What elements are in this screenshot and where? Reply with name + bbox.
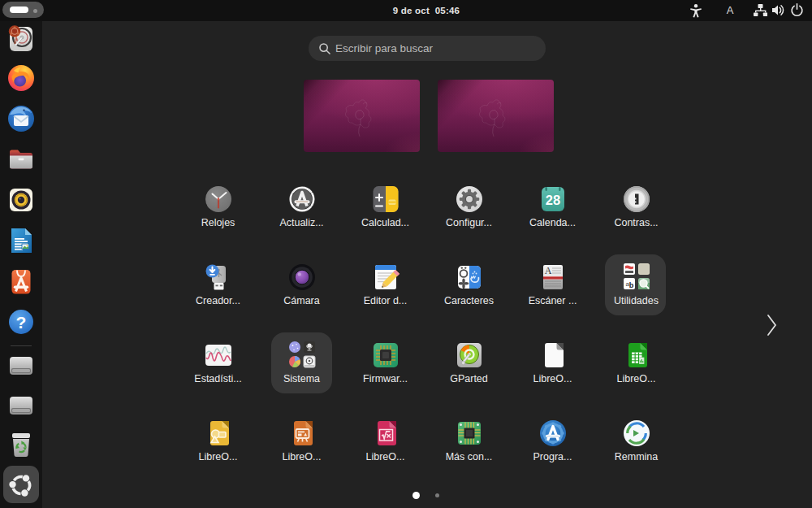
svg-text:?: ? — [16, 313, 27, 332]
svg-text:28: 28 — [545, 193, 559, 207]
svg-text:b: b — [628, 281, 633, 289]
svg-text:A: A — [544, 265, 551, 276]
